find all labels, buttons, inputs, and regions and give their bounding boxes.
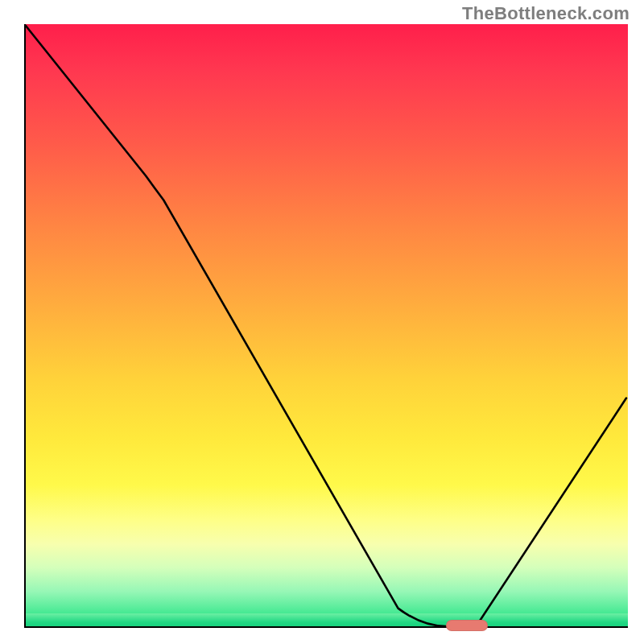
optimal-range-marker [446, 620, 488, 631]
bottleneck-curve [24, 24, 628, 628]
chart-frame: TheBottleneck.com [0, 0, 644, 644]
watermark-text: TheBottleneck.com [462, 3, 630, 24]
